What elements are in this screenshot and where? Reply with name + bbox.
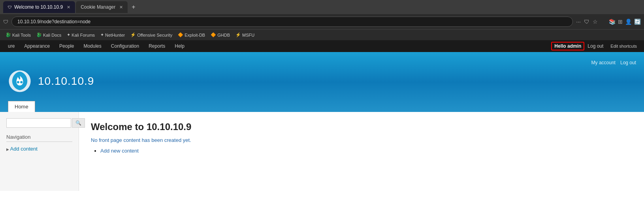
admin-username[interactable]: admin bbox=[567, 43, 581, 49]
navigation-block: Navigation Add content bbox=[6, 134, 72, 153]
admin-menu-item-modules[interactable]: Modules bbox=[79, 41, 105, 51]
new-tab-button[interactable]: + bbox=[128, 4, 138, 11]
navigation-list: Add content bbox=[6, 145, 72, 153]
account-icon[interactable]: 👤 bbox=[625, 19, 632, 25]
bookmark-msfu[interactable]: ⚡ MSFU bbox=[233, 32, 257, 38]
svg-point-2 bbox=[20, 81, 23, 83]
tab-active[interactable]: 🛡 Welcome to 10.10.10.9 ✕ bbox=[3, 1, 75, 13]
ghdb-icon: 🔶 bbox=[211, 32, 216, 37]
nav-tabs: Home bbox=[8, 101, 636, 112]
admin-menu-item-ure[interactable]: ure bbox=[4, 41, 19, 51]
admin-menu-item-appearance[interactable]: Appearance bbox=[20, 41, 54, 51]
tab-label-2: Cookie Manager bbox=[81, 4, 115, 10]
shield-icon[interactable]: 🛡 bbox=[584, 19, 589, 25]
navigation-heading: Navigation bbox=[6, 134, 72, 142]
bookmarks-bar: 🐉 Kali Tools 🐉 Kali Docs ✦ Kali Forums ✦… bbox=[0, 29, 644, 40]
address-input[interactable] bbox=[11, 17, 573, 27]
tab-cookie-manager[interactable]: Cookie Manager ✕ bbox=[76, 1, 128, 13]
offensive-security-icon: ⚡ bbox=[130, 32, 136, 37]
bookmark-kali-tools[interactable]: 🐉 Kali Tools bbox=[3, 32, 33, 38]
title-bar: 🛡 Welcome to 10.10.10.9 ✕ Cookie Manager… bbox=[0, 0, 644, 14]
site-branding: 10.10.10.9 bbox=[8, 69, 636, 93]
tab-label: Welcome to 10.10.10.9 bbox=[14, 4, 63, 10]
exploit-db-icon: 🔶 bbox=[178, 32, 183, 37]
search-box: 🔍 bbox=[6, 118, 72, 128]
kali-tools-icon: 🐉 bbox=[6, 32, 11, 37]
content-links-list: Add new content bbox=[91, 148, 632, 154]
tab-favicon: 🛡 bbox=[8, 5, 12, 9]
admin-menu-item-configuration[interactable]: Configuration bbox=[107, 41, 143, 51]
sync-icon[interactable]: 🔄 bbox=[634, 19, 641, 25]
admin-menu-item-reports[interactable]: Reports bbox=[145, 41, 169, 51]
page-title: Welcome to 10.10.10.9 bbox=[91, 121, 632, 132]
kali-docs-icon: 🐉 bbox=[36, 32, 42, 37]
browser-chrome: 🛡 Welcome to 10.10.10.9 ✕ Cookie Manager… bbox=[0, 0, 644, 40]
hello-text: Hello bbox=[554, 43, 567, 49]
security-icon: 🛡 bbox=[3, 19, 8, 25]
browser-toolbar-icons: ··· 🛡 ☆ bbox=[576, 19, 598, 25]
add-content-link[interactable]: Add content bbox=[10, 146, 38, 152]
edit-shortcuts-link[interactable]: Edit shortcuts bbox=[607, 44, 640, 48]
bookmark-kali-docs[interactable]: 🐉 Kali Docs bbox=[34, 32, 64, 38]
tab-close-button-2[interactable]: ✕ bbox=[119, 5, 123, 10]
hello-admin-badge: Hello admin bbox=[551, 42, 584, 50]
header-user-links: My account Log out bbox=[8, 60, 636, 65]
site-name: 10.10.10.9 bbox=[38, 75, 94, 88]
sidebar-icon[interactable]: ⊞ bbox=[618, 19, 623, 25]
bookmark-offensive-security[interactable]: ⚡ Offensive Security bbox=[128, 32, 175, 38]
list-item-add-new-content: Add new content bbox=[100, 148, 632, 154]
bookmark-ghdb[interactable]: 🔶 GHDB bbox=[208, 32, 232, 38]
site-header: My account Log out 10.10.10.9 Home bbox=[0, 52, 644, 112]
kali-forums-icon: ✦ bbox=[67, 32, 70, 37]
admin-toolbar-right: Hello admin Log out bbox=[551, 42, 603, 50]
my-account-link[interactable]: My account bbox=[591, 60, 616, 65]
front-page-message: No front page content has been created y… bbox=[91, 137, 632, 143]
tab-home[interactable]: Home bbox=[8, 101, 35, 112]
bookmark-nethunter[interactable]: ✦ NetHunter bbox=[98, 32, 127, 38]
msfu-icon: ⚡ bbox=[235, 32, 241, 37]
main-wrapper: 🔍 Navigation Add content Welcome to 10.1… bbox=[0, 112, 644, 191]
add-new-content-link[interactable]: Add new content bbox=[100, 148, 139, 154]
admin-logout-link[interactable]: Log out bbox=[588, 43, 603, 49]
address-bar: 🛡 ··· 🛡 ☆ 📚 ⊞ 👤 🔄 bbox=[0, 14, 644, 29]
sidebar: 🔍 Navigation Add content bbox=[0, 112, 79, 191]
library-icon[interactable]: 📚 bbox=[609, 19, 616, 25]
admin-menu-item-people[interactable]: People bbox=[55, 41, 78, 51]
tab-close-button[interactable]: ✕ bbox=[67, 5, 70, 10]
admin-menu-item-help[interactable]: Help bbox=[171, 41, 188, 51]
main-content: Welcome to 10.10.10.9 No front page cont… bbox=[79, 112, 644, 191]
svg-point-1 bbox=[17, 81, 19, 83]
ellipsis-icon[interactable]: ··· bbox=[576, 19, 581, 25]
drupal-logo bbox=[8, 69, 32, 93]
list-item-add-content: Add content bbox=[6, 145, 72, 153]
admin-toolbar: ure Appearance People Modules Configurat… bbox=[0, 40, 644, 52]
star-icon[interactable]: ☆ bbox=[593, 19, 598, 25]
admin-toolbar-items: ure Appearance People Modules Configurat… bbox=[4, 41, 551, 51]
search-input[interactable] bbox=[6, 118, 71, 128]
header-logout-link[interactable]: Log out bbox=[620, 60, 636, 65]
bookmark-kali-forums[interactable]: ✦ Kali Forums bbox=[64, 32, 97, 38]
nethunter-icon: ✦ bbox=[100, 32, 104, 37]
bookmark-exploit-db[interactable]: 🔶 Exploit-DB bbox=[175, 32, 207, 38]
